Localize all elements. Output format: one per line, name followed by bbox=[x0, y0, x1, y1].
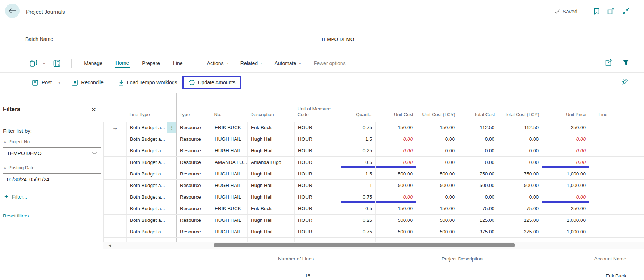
cell-total-cost-lcy[interactable]: 750.00 bbox=[498, 168, 542, 179]
cell-no[interactable]: HUGH HAIL bbox=[211, 145, 248, 156]
col-unit-cost-lcy[interactable]: Unit Cost (LCY) bbox=[416, 93, 458, 122]
cell-description[interactable]: Hugh Hail bbox=[248, 133, 295, 145]
cell-unit-price[interactable]: 250.00 bbox=[542, 203, 589, 214]
cell-unit-of-measure[interactable]: HOUR bbox=[295, 191, 341, 203]
cell-unit-price[interactable]: 0.00 bbox=[542, 191, 589, 203]
cell-quantity[interactable]: 1 bbox=[341, 179, 376, 191]
row-menu-icon[interactable] bbox=[167, 168, 177, 179]
cell-quantity[interactable]: 0.5 bbox=[341, 203, 376, 214]
close-icon[interactable]: ✕ bbox=[91, 106, 96, 114]
cell-unit-of-measure[interactable]: HOUR bbox=[295, 214, 341, 226]
horizontal-scrollbar[interactable]: ◀ bbox=[103, 242, 644, 249]
cell-line-type[interactable]: Both Budget a... bbox=[127, 156, 167, 168]
col-unit-cost[interactable]: Unit Cost bbox=[376, 93, 416, 122]
cell-unit-cost[interactable]: 150.00 bbox=[376, 203, 416, 214]
cell-unit-cost[interactable]: 0.00 bbox=[376, 156, 416, 168]
cell-unit-cost-lcy[interactable]: 0.00 bbox=[416, 133, 458, 145]
cell-unit-of-measure[interactable]: HOUR bbox=[295, 156, 341, 168]
cell-no[interactable]: HUGH HAIL bbox=[211, 168, 248, 179]
cell-quantity[interactable]: 1.5 bbox=[341, 168, 376, 179]
cell-total-cost-lcy[interactable] bbox=[498, 237, 542, 242]
col-total-cost[interactable]: Total Cost bbox=[458, 93, 498, 122]
cell-total-cost-lcy[interactable]: 125.00 bbox=[498, 214, 542, 226]
cell-unit-cost-lcy[interactable]: 500.00 bbox=[416, 168, 458, 179]
tab-manage[interactable]: Manage bbox=[83, 59, 103, 68]
cell-unit-price[interactable]: 1,000.00 bbox=[542, 168, 589, 179]
col-description[interactable]: Description bbox=[248, 93, 295, 122]
post-chevron-icon[interactable]: ∨ bbox=[58, 81, 60, 84]
share-icon[interactable] bbox=[605, 59, 613, 66]
cell-line-type[interactable] bbox=[127, 237, 167, 242]
cell-line-type[interactable]: Both Budget a... bbox=[127, 191, 167, 203]
cell-type[interactable]: Resource bbox=[177, 168, 211, 179]
cell-quantity[interactable]: 0.5 bbox=[341, 156, 376, 168]
cell-unit-cost-lcy[interactable]: 500.00 bbox=[416, 214, 458, 226]
cell-total-cost-lcy[interactable]: 0.00 bbox=[498, 191, 542, 203]
cell-line[interactable] bbox=[589, 156, 644, 168]
cell-unit-cost-lcy[interactable]: 0.00 bbox=[416, 145, 458, 156]
cell-line[interactable] bbox=[589, 168, 644, 179]
cell-no[interactable]: HUGH HAIL bbox=[211, 179, 248, 191]
cell-type[interactable]: Resource bbox=[177, 179, 211, 191]
cell-unit-cost-lcy[interactable]: 0.00 bbox=[416, 191, 458, 203]
cell-total-cost[interactable]: 125.00 bbox=[458, 214, 498, 226]
cell-unit-cost[interactable] bbox=[376, 237, 416, 242]
row-menu-icon[interactable] bbox=[167, 226, 177, 237]
cell-quantity[interactable]: 0.25 bbox=[341, 145, 376, 156]
cell-type[interactable]: Resource bbox=[177, 226, 211, 237]
remove-filter-icon[interactable]: ✕ bbox=[4, 166, 7, 170]
tab-prepare[interactable]: Prepare bbox=[141, 59, 161, 68]
cell-description[interactable]: Hugh Hail bbox=[248, 226, 295, 237]
cell-type[interactable]: Resource bbox=[177, 203, 211, 214]
cell-no[interactable]: ERIK BUCK bbox=[211, 203, 248, 214]
cell-line-type[interactable]: Both Budget a... bbox=[127, 168, 167, 179]
cell-unit-cost-lcy[interactable]: 0.00 bbox=[416, 156, 458, 168]
bookmark-icon[interactable] bbox=[593, 7, 601, 15]
cell-line[interactable] bbox=[589, 122, 644, 133]
cell-total-cost-lcy[interactable]: 500.00 bbox=[498, 179, 542, 191]
cell-unit-cost[interactable]: 150.00 bbox=[376, 122, 416, 133]
menu-automate[interactable]: Automate∨ bbox=[274, 60, 301, 66]
cell-total-cost[interactable]: 750.00 bbox=[458, 168, 498, 179]
reconcile-button[interactable]: Reconcile bbox=[71, 79, 103, 86]
cell-unit-of-measure[interactable]: HOUR bbox=[295, 122, 341, 133]
cell-total-cost-lcy[interactable]: 0.00 bbox=[498, 156, 542, 168]
cell-unit-price[interactable]: 1,000.00 bbox=[542, 214, 589, 226]
cell-total-cost[interactable]: 0.00 bbox=[458, 156, 498, 168]
update-amounts-button[interactable]: Update Amounts bbox=[189, 79, 236, 86]
views-icon[interactable] bbox=[30, 60, 38, 67]
cell-line[interactable] bbox=[589, 237, 644, 242]
row-menu-icon[interactable] bbox=[167, 237, 177, 242]
row-menu-icon[interactable] bbox=[167, 179, 177, 191]
reset-filters-link[interactable]: Reset filters bbox=[3, 213, 29, 219]
cell-description[interactable]: Hugh Hail bbox=[248, 179, 295, 191]
col-unit-of-measure[interactable]: Unit of Measure Code bbox=[295, 93, 341, 122]
cell-unit-price[interactable]: 250.00 bbox=[542, 122, 589, 133]
menu-actions[interactable]: Actions∨ bbox=[207, 60, 229, 66]
cell-description[interactable] bbox=[248, 237, 295, 242]
cell-line-type[interactable]: Both Budget a... bbox=[127, 133, 167, 145]
cell-line-type[interactable]: Both Budget a... bbox=[127, 145, 167, 156]
cell-total-cost[interactable]: 112.50 bbox=[458, 122, 498, 133]
col-type[interactable]: Type bbox=[177, 93, 211, 122]
cell-total-cost[interactable] bbox=[458, 237, 498, 242]
remove-filter-icon[interactable]: ✕ bbox=[4, 140, 7, 144]
views-chevron-icon[interactable]: ∨ bbox=[43, 62, 45, 65]
layout-icon[interactable] bbox=[53, 60, 60, 67]
row-menu-icon[interactable] bbox=[167, 145, 177, 156]
cell-unit-price[interactable]: 1,000.00 bbox=[542, 179, 589, 191]
cell-total-cost[interactable]: 0.00 bbox=[458, 133, 498, 145]
cell-no[interactable]: HUGH HAIL bbox=[211, 214, 248, 226]
cell-line-type[interactable]: Both Budget a... bbox=[127, 122, 167, 133]
cell-unit-of-measure[interactable] bbox=[295, 237, 341, 242]
cell-line[interactable] bbox=[589, 191, 644, 203]
project-no-filter-dropdown[interactable]: TEMPO DEMO bbox=[3, 147, 101, 159]
cell-unit-of-measure[interactable]: HOUR bbox=[295, 203, 341, 214]
cell-type[interactable]: Resource bbox=[177, 133, 211, 145]
cell-unit-cost-lcy[interactable]: 500.00 bbox=[416, 226, 458, 237]
col-line[interactable]: Line bbox=[589, 93, 644, 122]
cell-line[interactable] bbox=[589, 145, 644, 156]
cell-description[interactable]: Erik Buck bbox=[248, 122, 295, 133]
cell-unit-cost[interactable]: 0.00 bbox=[376, 145, 416, 156]
cell-unit-of-measure[interactable]: HOUR bbox=[295, 179, 341, 191]
